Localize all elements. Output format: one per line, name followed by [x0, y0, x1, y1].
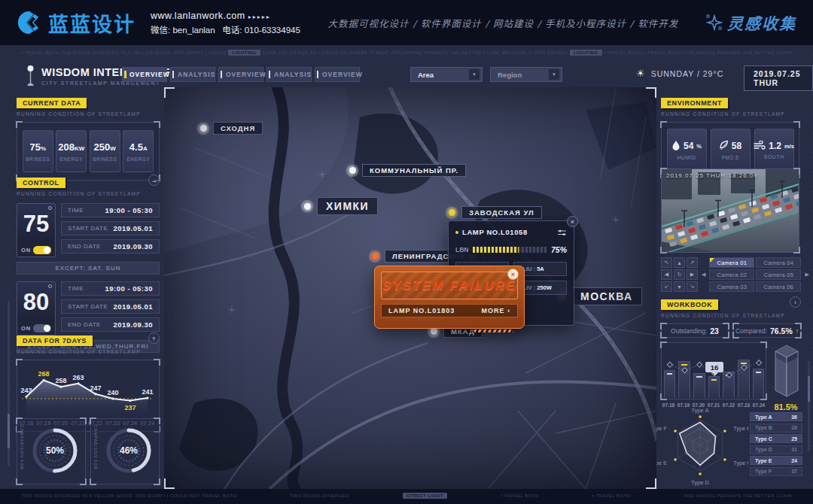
schedule-row[interactable]: END DATE2019.09.30	[61, 317, 160, 332]
map-pin-orange-icon[interactable]	[369, 250, 381, 263]
type-row-type-c[interactable]: Type C25	[750, 434, 802, 443]
weather-text: SUNNDAY / 29°C	[651, 69, 724, 78]
brightness-bar[interactable]	[473, 247, 547, 253]
tab-analysis-1[interactable]: ANALYSIS	[170, 67, 215, 82]
left-scrollbar[interactable]	[8, 301, 10, 466]
region-select[interactable]: Region ▼	[490, 67, 562, 82]
metric-value: 208KW	[58, 141, 84, 153]
type-row-type-d[interactable]: Type D31	[750, 445, 802, 454]
metric-label: ENERGY	[127, 156, 150, 162]
schedule-row[interactable]: TIME19:00 - 05:30	[61, 281, 160, 296]
close-icon[interactable]: ×	[567, 216, 578, 227]
camera-button-6[interactable]: Camera 06	[756, 281, 801, 292]
tab-overview-0[interactable]: OVERVIEW	[122, 67, 167, 82]
brightness-box: 75ON	[17, 203, 56, 257]
map-label-сходня[interactable]: СХОДНЯ	[197, 122, 263, 135]
tab-analysis-3[interactable]: ANALYSIS	[266, 67, 312, 82]
map-label-химки[interactable]: ХИМКИ	[301, 197, 378, 215]
row-value: 2019.09.30	[113, 242, 153, 250]
decor-text: TWO ROADS DIVERGED IN A YELLOW WOOD, AND…	[21, 493, 237, 498]
map-pin-white-icon[interactable]	[346, 165, 358, 177]
pan-down-icon[interactable]: ▼	[674, 281, 685, 292]
pan-up-icon[interactable]: ▲	[674, 257, 685, 268]
env-label: SOUTH	[764, 154, 784, 159]
type-row-type-f[interactable]: Type F37	[750, 467, 802, 476]
camera-feed[interactable]: 2019.07.25 THUR 18:26:09	[661, 169, 799, 253]
svg-text:Type A: Type A	[692, 408, 709, 414]
tab-overview-2[interactable]: OVERVIEW	[218, 67, 263, 82]
panel-chevron-icon[interactable]: ›	[790, 296, 801, 308]
decor-text-row: ▪ TRAVEL BOTHTHE ROADS DIVERGED IN A YEL…	[21, 50, 792, 56]
lanlan-logo[interactable]: 蓝蓝设计	[17, 8, 136, 38]
date-display[interactable]: 2019.07.25 THUR	[744, 65, 813, 91]
schedule-row[interactable]: END DATE2019.09.30	[61, 239, 160, 254]
camera-button-5[interactable]: Camera 05	[756, 269, 801, 280]
type-row-type-b[interactable]: Type B28	[750, 424, 802, 433]
pan-down-left-icon[interactable]: ↙	[661, 281, 672, 292]
prev-cameras-icon[interactable]: ◀	[702, 272, 705, 278]
map-pin-white-icon[interactable]	[197, 123, 209, 135]
map-pin-yellow-icon[interactable]	[446, 207, 458, 219]
outstanding-stat: Outstanding:23	[661, 323, 729, 338]
env-card-south: 1.2m/sSOUTH	[754, 129, 794, 171]
power-toggle[interactable]	[33, 246, 51, 254]
pin-core	[372, 253, 379, 260]
screen: 蓝蓝设计 www.lanlanwork.com ▸▸▸▸▸ 微信: ben_la…	[0, 0, 813, 504]
close-icon[interactable]: ×	[507, 269, 519, 280]
camera-panel: 2019.07.25 THUR 18:26:09 ↖▲↗◀↻▶↙▼↘ ◀ Cam…	[661, 169, 799, 292]
type-row-type-a[interactable]: Type A36	[750, 412, 802, 421]
pan-right-icon[interactable]: ▶	[687, 269, 698, 280]
weather-widget: ☀ SUNNDAY / 29°C	[636, 68, 723, 79]
tab-overview-4[interactable]: OVERVIEW	[315, 67, 360, 82]
panel-arrow-icon[interactable]: →	[148, 175, 160, 186]
x-tick: 07.21	[706, 402, 721, 408]
schedule-row[interactable]: START DATE2019.05.01	[61, 299, 160, 314]
decor-text: AND HAVING PERHAPS THE BETTER CLAIM, BEC…	[391, 50, 568, 55]
decor-text: TWO ROADS DIVERGED	[290, 493, 349, 498]
svg-text:240: 240	[107, 389, 118, 396]
humidity-drop-icon	[671, 140, 681, 153]
camera-button-4[interactable]: Camera 04	[756, 257, 801, 268]
except-days: EXCEPT: SAT, SUN	[17, 262, 160, 275]
sun-icon: ☀	[636, 68, 646, 79]
camera-list: Camera 01Camera 04Camera 02Camera 05Came…	[709, 257, 801, 292]
schedule-rows: TIME19:00 - 05:30START DATE2019.05.01END…	[61, 281, 160, 335]
pan-up-left-icon[interactable]: ↖	[661, 257, 672, 268]
right-scrollbar[interactable]	[808, 361, 810, 451]
bar-tooltip: 16	[705, 362, 723, 372]
pan-up-right-icon[interactable]: ↗	[687, 257, 698, 268]
map-label-заводская-ул[interactable]: ЗАВОДСКАЯ УЛ	[446, 206, 542, 219]
pan-left-icon[interactable]: ◀	[661, 269, 672, 280]
camera-button-2[interactable]: Camera 02	[709, 269, 754, 280]
more-button[interactable]: MORE ›	[481, 307, 510, 314]
panel-subtitle: RUNNING CONDITION OF STREETLAMP	[661, 313, 801, 318]
decor-text: ▪ TRAVEL BOTH	[501, 493, 539, 498]
city-map[interactable]: СХОДНЯКОММУНАЛЬНЫЙ ПР.ХИМКИЗАВОДСКАЯ УЛЛ…	[164, 87, 656, 489]
power-toggle[interactable]	[33, 324, 51, 332]
area-select[interactable]: Area ▼	[410, 67, 483, 82]
map-label-коммунальный-пр-[interactable]: КОММУНАЛЬНЫЙ ПР.	[346, 164, 466, 177]
inspiration-collect[interactable]: 灵感收集	[706, 11, 796, 34]
panel-plus-icon[interactable]: +	[148, 332, 160, 344]
next-cameras-icon[interactable]: ▶	[805, 272, 808, 278]
sliders-icon[interactable]	[557, 229, 567, 236]
refresh-icon[interactable]: ↻	[674, 269, 685, 280]
lanlan-logo-icon	[17, 10, 42, 35]
lamp-id: LAMP NO.L01058	[462, 228, 553, 236]
row-value: 19:00 - 05:30	[105, 206, 153, 214]
decor-text: LIGHTING	[570, 50, 602, 56]
contact-line: 微信: ben_lanlan 电话: 010-63334945	[151, 23, 300, 35]
camera-button-1[interactable]: Camera 01	[709, 257, 754, 268]
map-pin-white-icon[interactable]	[301, 200, 313, 212]
pan-down-right-icon[interactable]: ↘	[687, 281, 698, 292]
state-label: ON	[21, 325, 31, 332]
logo-text: 蓝蓝设计	[48, 8, 136, 38]
decor-text: ▪ TRAVEL BOTH	[604, 50, 642, 55]
site-url[interactable]: www.lanlanwork.com ▸▸▸▸▸	[151, 11, 300, 21]
schedule-row[interactable]: TIME19:00 - 05:30	[61, 203, 160, 217]
camera-button-3[interactable]: Camera 03	[709, 281, 754, 292]
type-row-type-e[interactable]: Type E24	[750, 456, 802, 465]
lbn-label: LBN	[455, 246, 468, 254]
schedule-row[interactable]: START DATE2019.05.01	[61, 221, 160, 235]
svg-text:243: 243	[20, 387, 32, 394]
